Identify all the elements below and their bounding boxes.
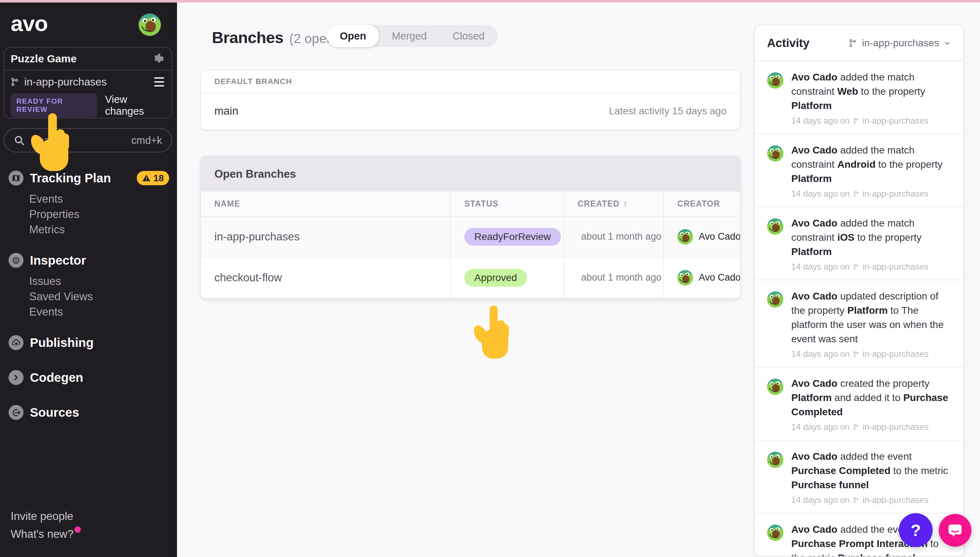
sidebar-item-label: Publishing xyxy=(30,336,177,350)
open-branches-header: Open Branches xyxy=(201,156,740,192)
default-branch-latest-activity: Latest activity 15 days ago xyxy=(609,106,726,117)
tab-merged[interactable]: Merged xyxy=(379,25,440,47)
status-badge: ReadyForReview xyxy=(464,228,561,246)
branch-name-cell[interactable]: checkout-flow xyxy=(201,257,450,298)
sidebar-subitem-events[interactable]: Events xyxy=(29,191,177,207)
open-branches-card: Open Branches NAME STATUS CREATED↑ CREAT… xyxy=(200,156,741,299)
branch-status-cell: Approved xyxy=(450,257,563,298)
sidebar-nav: Tracking Plan18EventsPropertiesMetricsIn… xyxy=(0,170,177,439)
creator-avatar xyxy=(677,270,693,286)
table-header-row: NAME STATUS CREATED↑ CREATOR xyxy=(201,192,740,217)
search-input[interactable]: Search cmd+k xyxy=(3,128,172,152)
activity-item[interactable]: Avo Cado updated description of the prop… xyxy=(755,280,963,367)
codegen-icon xyxy=(8,370,23,385)
pointing-up-hand-cursor xyxy=(474,305,512,361)
activity-item[interactable]: Avo Cado created the property Platform a… xyxy=(755,367,963,440)
table-row[interactable]: in-app-purchasesReadyForReviewabout 1 mo… xyxy=(201,217,740,257)
branch-created-cell: about 1 month ago xyxy=(563,217,663,257)
intercom-chat-button[interactable] xyxy=(939,514,972,547)
branch-creator-cell: Avo Cado xyxy=(663,217,740,257)
activity-avatar xyxy=(767,524,783,541)
default-branch-header: DEFAULT BRANCH xyxy=(201,70,740,93)
chat-bubble-icon xyxy=(947,522,963,539)
sidebar-item-sources[interactable]: Sources xyxy=(0,404,177,420)
branch-icon xyxy=(848,38,858,48)
invite-people-link[interactable]: Invite people xyxy=(11,510,73,523)
activity-meta: 14 days ago onin-app-purchases xyxy=(791,349,952,359)
publishing-icon xyxy=(8,335,23,350)
sidebar-subitem-metrics[interactable]: Metrics xyxy=(29,222,177,237)
activity-branch-filter[interactable]: in-app-purchases xyxy=(848,37,951,49)
column-header-name[interactable]: NAME xyxy=(201,192,450,216)
activity-item[interactable]: Avo Cado added the match constraint Andr… xyxy=(755,134,963,207)
whats-new-link[interactable]: What's new? xyxy=(11,528,81,541)
map-icon xyxy=(8,171,23,186)
branch-creator-cell: Avo Cado xyxy=(663,257,740,298)
creator-name: Avo Cado xyxy=(699,231,740,242)
activity-item[interactable]: Avo Cado added the match constraint iOS … xyxy=(755,207,963,280)
table-row[interactable]: checkout-flowApprovedabout 1 month agoAv… xyxy=(201,257,740,298)
sidebar-subitem-properties[interactable]: Properties xyxy=(29,207,177,222)
activity-message: Avo Cado added the match constraint Web … xyxy=(791,70,952,113)
view-changes-link[interactable]: View changes xyxy=(105,94,165,117)
creator-avatar xyxy=(677,229,693,245)
branch-menu-icon[interactable] xyxy=(154,77,164,86)
page-title: Branches (2 open) xyxy=(212,28,338,47)
sidebar-item-tracking-plan[interactable]: Tracking Plan18 xyxy=(0,170,177,186)
current-branch-name[interactable]: in-app-purchases xyxy=(24,76,150,88)
sidebar-subitem-saved-views[interactable]: Saved Views xyxy=(29,289,177,304)
search-shortcut: cmd+k xyxy=(132,135,162,147)
inspector-icon xyxy=(8,253,23,268)
column-header-creator[interactable]: CREATOR xyxy=(663,192,740,216)
activity-meta: 14 days ago onin-app-purchases xyxy=(791,422,952,432)
activity-meta: 14 days ago onin-app-purchases xyxy=(791,262,952,272)
activity-meta: 14 days ago onin-app-purchases xyxy=(791,495,952,505)
sources-icon xyxy=(8,405,23,420)
tab-open[interactable]: Open xyxy=(327,25,379,47)
tab-closed[interactable]: Closed xyxy=(440,25,497,47)
activity-panel: Activity in-app-purchases Avo Cado added… xyxy=(754,24,964,557)
issues-count-badge[interactable]: 18 xyxy=(137,171,169,185)
default-branch-card: DEFAULT BRANCH main Latest activity 15 d… xyxy=(200,70,741,130)
branch-name-cell[interactable]: in-app-purchases xyxy=(201,217,450,257)
activity-item[interactable]: Avo Cado added the event Purchase Prompt… xyxy=(755,513,963,557)
sidebar-item-codegen[interactable]: Codegen xyxy=(0,369,177,386)
gear-icon[interactable] xyxy=(152,53,164,65)
status-badge: Approved xyxy=(464,269,527,287)
sidebar-subitem-events[interactable]: Events xyxy=(29,304,177,319)
activity-meta: 14 days ago onin-app-purchases xyxy=(791,116,952,126)
branch-filter-tabs: OpenMergedClosed xyxy=(327,25,498,47)
activity-title: Activity xyxy=(767,36,809,50)
activity-avatar xyxy=(767,292,783,308)
sidebar-item-publishing[interactable]: Publishing xyxy=(0,334,177,351)
activity-item[interactable]: Avo Cado added the match constraint Web … xyxy=(755,61,963,134)
activity-meta: 14 days ago onin-app-purchases xyxy=(791,189,952,199)
activity-avatar xyxy=(767,218,783,235)
search-icon xyxy=(13,135,25,146)
default-branch-name[interactable]: main xyxy=(214,105,238,117)
top-accent-bar xyxy=(0,0,980,3)
workspace-name[interactable]: Puzzle Game xyxy=(11,53,77,65)
chevron-down-icon xyxy=(943,39,951,47)
activity-message: Avo Cado added the event Purchase Comple… xyxy=(791,450,952,492)
sidebar-item-label: Inspector xyxy=(30,253,177,267)
avo-logo: avo xyxy=(11,11,48,36)
column-header-status[interactable]: STATUS xyxy=(450,192,563,216)
activity-item[interactable]: Avo Cado added the event Purchase Comple… xyxy=(755,440,963,513)
sidebar-item-inspector[interactable]: Inspector xyxy=(0,252,177,269)
activity-avatar xyxy=(767,72,783,89)
default-branch-row[interactable]: main Latest activity 15 days ago xyxy=(201,93,740,129)
branch-created-cell: about 1 month ago xyxy=(563,257,663,298)
sidebar-subitem-issues[interactable]: Issues xyxy=(29,274,177,289)
question-mark-icon: ? xyxy=(910,520,921,540)
activity-message: Avo Cado updated description of the prop… xyxy=(791,289,952,346)
sidebar-item-label: Sources xyxy=(30,405,177,420)
user-avatar[interactable] xyxy=(138,13,161,36)
help-button[interactable]: ? xyxy=(899,513,933,547)
branch-status-cell: ReadyForReview xyxy=(450,217,563,257)
activity-avatar xyxy=(767,145,783,162)
workspace-card: Puzzle Game in-app-purchases READY FOR R… xyxy=(3,47,172,119)
sort-ascending-icon: ↑ xyxy=(623,199,627,209)
column-header-created[interactable]: CREATED↑ xyxy=(563,192,663,216)
warning-icon xyxy=(142,174,151,182)
